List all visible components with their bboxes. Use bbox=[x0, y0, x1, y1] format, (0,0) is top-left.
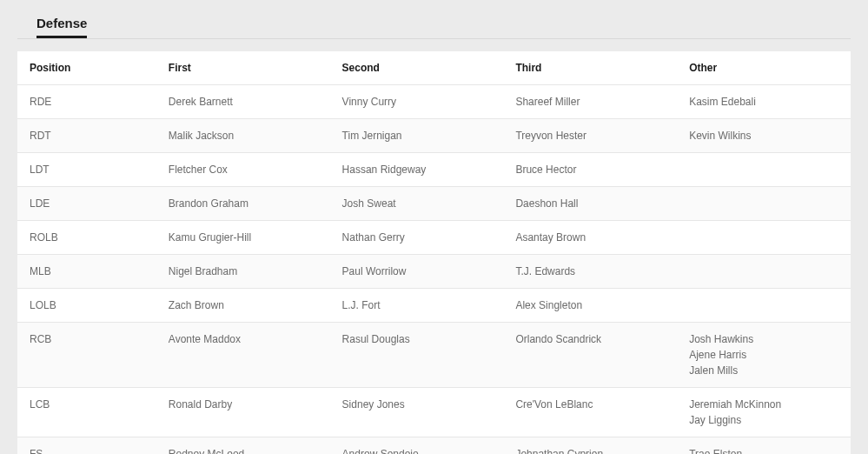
col-header-other: Other bbox=[677, 51, 851, 85]
cell-second: Josh Sweat bbox=[330, 187, 504, 221]
cell-first: Zach Brown bbox=[156, 289, 330, 323]
table-row: RDEDerek BarnettVinny CurryShareef Mille… bbox=[17, 85, 851, 119]
cell-position: RDT bbox=[17, 119, 156, 153]
other-player: Jalen Mills bbox=[689, 363, 838, 378]
cell-position: LCB bbox=[17, 388, 156, 437]
other-player: Jay Liggins bbox=[689, 412, 838, 428]
cell-other: Kasim Edebali bbox=[677, 85, 851, 119]
cell-third: Daeshon Hall bbox=[503, 187, 677, 221]
cell-position: LOLB bbox=[17, 289, 156, 323]
cell-second: Tim Jernigan bbox=[330, 119, 504, 153]
cell-position: ROLB bbox=[17, 221, 156, 255]
cell-third: Johnathan Cyprien bbox=[503, 437, 677, 455]
other-player: Ajene Harris bbox=[689, 347, 838, 363]
cell-first: Brandon Graham bbox=[156, 187, 330, 221]
cell-second: Nathan Gerry bbox=[330, 221, 504, 255]
section-title-wrap: Defense bbox=[17, 16, 851, 39]
col-header-second: Second bbox=[330, 51, 504, 85]
cell-other bbox=[677, 153, 851, 187]
table-header-row: Position First Second Third Other bbox=[17, 51, 851, 85]
cell-second: Paul Worrilow bbox=[330, 255, 504, 289]
col-header-position: Position bbox=[17, 51, 156, 85]
table-row: RCBAvonte MaddoxRasul DouglasOrlando Sca… bbox=[17, 323, 851, 388]
cell-third: Treyvon Hester bbox=[503, 119, 677, 153]
cell-first: Rodney McLeod bbox=[156, 437, 330, 455]
section-title: Defense bbox=[36, 16, 87, 38]
cell-first: Ronald Darby bbox=[156, 388, 330, 437]
cell-third: Cre'Von LeBlanc bbox=[503, 388, 677, 437]
cell-position: FS bbox=[17, 437, 156, 455]
cell-other: Kevin Wilkins bbox=[677, 119, 851, 153]
cell-second: Hassan Ridgeway bbox=[330, 153, 504, 187]
cell-second: Rasul Douglas bbox=[330, 323, 504, 388]
table-row: FSRodney McLeodAndrew SendejoJohnathan C… bbox=[17, 437, 851, 455]
cell-other: Jeremiah McKinnonJay Liggins bbox=[677, 388, 851, 437]
cell-second: Vinny Curry bbox=[330, 85, 504, 119]
depth-chart-table: Position First Second Third Other RDEDer… bbox=[17, 51, 851, 454]
cell-position: LDE bbox=[17, 187, 156, 221]
cell-other bbox=[677, 221, 851, 255]
cell-other bbox=[677, 255, 851, 289]
cell-second: L.J. Fort bbox=[330, 289, 504, 323]
table-row: LDEBrandon GrahamJosh SweatDaeshon Hall bbox=[17, 187, 851, 221]
cell-first: Avonte Maddox bbox=[156, 323, 330, 388]
col-header-third: Third bbox=[503, 51, 677, 85]
table-row: LOLBZach BrownL.J. FortAlex Singleton bbox=[17, 289, 851, 323]
cell-third: Asantay Brown bbox=[503, 221, 677, 255]
cell-other: Josh HawkinsAjene HarrisJalen Mills bbox=[677, 323, 851, 388]
cell-third: Orlando Scandrick bbox=[503, 323, 677, 388]
other-player: Kevin Wilkins bbox=[689, 128, 838, 144]
other-player: Kasim Edebali bbox=[689, 94, 838, 110]
other-player: Josh Hawkins bbox=[689, 331, 838, 347]
cell-position: MLB bbox=[17, 255, 156, 289]
cell-first: Malik Jackson bbox=[156, 119, 330, 153]
other-player: Jeremiah McKinnon bbox=[689, 397, 838, 412]
cell-position: RCB bbox=[17, 323, 156, 388]
cell-first: Kamu Grugier-Hill bbox=[156, 221, 330, 255]
cell-other: Trae Elston bbox=[677, 437, 851, 455]
cell-position: RDE bbox=[17, 85, 156, 119]
cell-position: LDT bbox=[17, 153, 156, 187]
cell-second: Andrew Sendejo bbox=[330, 437, 504, 455]
cell-other bbox=[677, 289, 851, 323]
cell-third: T.J. Edwards bbox=[503, 255, 677, 289]
col-header-first: First bbox=[156, 51, 330, 85]
table-row: LCBRonald DarbySidney JonesCre'Von LeBla… bbox=[17, 388, 851, 437]
cell-first: Fletcher Cox bbox=[156, 153, 330, 187]
cell-first: Derek Barnett bbox=[156, 85, 330, 119]
depth-chart-section: Defense Position First Second Third Othe… bbox=[17, 16, 851, 454]
table-row: ROLBKamu Grugier-HillNathan GerryAsantay… bbox=[17, 221, 851, 255]
cell-first: Nigel Bradham bbox=[156, 255, 330, 289]
cell-other bbox=[677, 187, 851, 221]
table-row: RDTMalik JacksonTim JerniganTreyvon Hest… bbox=[17, 119, 851, 153]
cell-second: Sidney Jones bbox=[330, 388, 504, 437]
cell-third: Shareef Miller bbox=[503, 85, 677, 119]
table-row: LDTFletcher CoxHassan RidgewayBruce Hect… bbox=[17, 153, 851, 187]
other-player: Trae Elston bbox=[689, 446, 838, 454]
cell-third: Alex Singleton bbox=[503, 289, 677, 323]
table-row: MLBNigel BradhamPaul WorrilowT.J. Edward… bbox=[17, 255, 851, 289]
cell-third: Bruce Hector bbox=[503, 153, 677, 187]
